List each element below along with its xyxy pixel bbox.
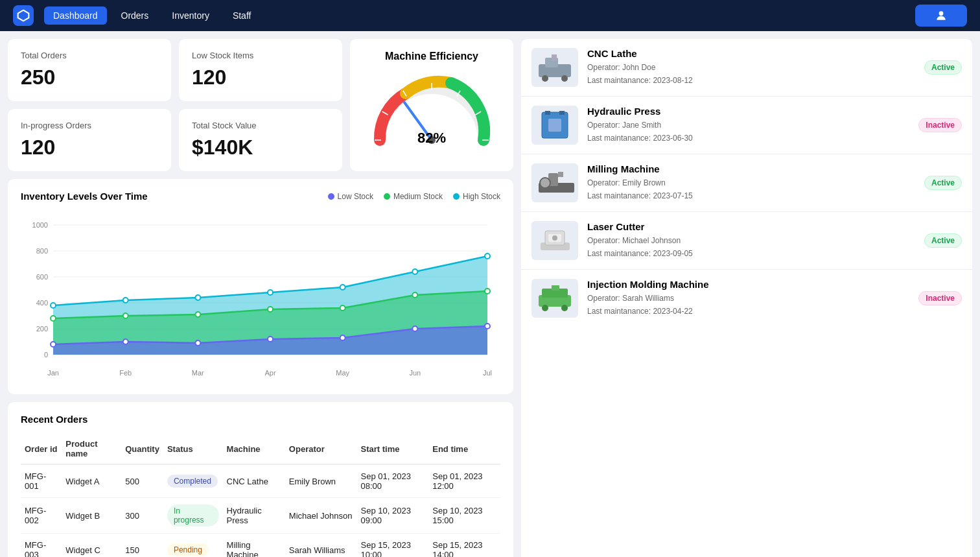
machine-info: CNC Lathe Operator: John DoeLast maintan… — [587, 48, 915, 86]
stat-label-total-orders: Total Orders — [21, 51, 158, 60]
svg-point-43 — [485, 289, 490, 294]
machine-thumbnail — [531, 221, 578, 260]
svg-point-54 — [561, 75, 568, 82]
col-start: Start time — [357, 434, 429, 464]
svg-point-31 — [123, 298, 128, 303]
svg-marker-0 — [18, 10, 29, 21]
nav-staff[interactable]: Staff — [224, 6, 261, 25]
svg-point-35 — [412, 269, 417, 274]
machine-meta: Operator: Jane SmithLast maintanance: 20… — [587, 119, 909, 144]
machine-item: Injection Molding Machine Operator: Sara… — [521, 270, 972, 327]
nav-orders[interactable]: Orders — [112, 6, 158, 25]
cell-end: Sep 10, 2023 15:00 — [428, 498, 500, 534]
svg-point-50 — [485, 324, 490, 329]
svg-point-67 — [552, 235, 557, 241]
stat-label-stock-value: Total Stock Value — [192, 121, 329, 130]
svg-text:Jul: Jul — [483, 369, 492, 377]
orders-section: Recent Orders Order id Product name Quan… — [8, 402, 513, 557]
cell-machine: Hydraulic Press — [223, 498, 285, 534]
cell-operator: Sarah Williams — [285, 534, 357, 558]
machine-info: Hydraulic Press Operator: Jane SmithLast… — [587, 106, 909, 144]
machine-name: Hydraulic Press — [587, 106, 909, 117]
cell-qty: 500 — [121, 464, 163, 498]
machine-info: Milling Machine Operator: Emily BrownLas… — [587, 163, 915, 202]
machine-meta: Operator: Emily BrownLast maintanance: 2… — [587, 177, 915, 202]
legend-high: High Stock — [453, 192, 500, 201]
nav-inventory[interactable]: Inventory — [163, 6, 218, 25]
svg-rect-59 — [559, 111, 565, 115]
svg-text:800: 800 — [36, 247, 48, 255]
machine-item: CNC Lathe Operator: John DoeLast maintan… — [521, 39, 972, 97]
cell-qty: 150 — [121, 534, 163, 558]
legend-low-label: Low Stock — [338, 192, 373, 201]
navbar: Dashboard Orders Inventory Staff — [0, 0, 980, 31]
svg-text:600: 600 — [36, 273, 48, 281]
legend-high-label: High Stock — [463, 192, 500, 201]
machine-thumbnail — [531, 48, 578, 87]
legend-medium: Medium Stock — [384, 192, 443, 201]
user-button[interactable] — [915, 5, 967, 27]
machine-info: Laser Cutter Operator: Michael JohnsonLa… — [587, 221, 915, 259]
cell-end: Sep 15, 2023 14:00 — [428, 534, 500, 558]
cell-start: Sep 10, 2023 09:00 — [357, 498, 429, 534]
nav-dashboard[interactable]: Dashboard — [44, 6, 107, 25]
col-operator: Operator — [285, 434, 357, 464]
gauge-value: 82% — [417, 130, 446, 147]
chart-title: Inventory Levels Over Time — [21, 191, 148, 202]
svg-point-70 — [542, 305, 548, 311]
svg-point-1 — [939, 11, 944, 16]
cell-product: Widget A — [62, 464, 121, 498]
gauge-chart: 82% — [367, 69, 496, 153]
table-row: MFG-003 Widget C 150 Pending Milling Mac… — [21, 534, 500, 558]
chart-legend: Low Stock Medium Stock High Stock — [328, 192, 500, 201]
col-status: Status — [163, 434, 223, 464]
machine-item: Laser Cutter Operator: Michael JohnsonLa… — [521, 212, 972, 270]
orders-table: Order id Product name Quantity Status Ma… — [21, 434, 500, 557]
stat-total-orders: Total Orders 250 — [8, 39, 171, 101]
machine-status-badge: Active — [924, 233, 962, 248]
svg-point-53 — [542, 75, 548, 82]
svg-point-38 — [123, 313, 128, 318]
orders-title: Recent Orders — [21, 414, 500, 425]
col-qty: Quantity — [121, 434, 163, 464]
machine-thumbnail — [531, 163, 578, 202]
svg-point-39 — [195, 312, 200, 317]
col-order-id: Order id — [21, 434, 62, 464]
stat-label-low-stock: Low Stock Items — [192, 51, 329, 60]
svg-text:1000: 1000 — [32, 221, 48, 229]
gauge-title: Machine Efficiency — [385, 51, 478, 62]
cell-start: Sep 15, 2023 10:00 — [357, 534, 429, 558]
cell-start: Sep 01, 2023 08:00 — [357, 464, 429, 498]
svg-text:0: 0 — [44, 351, 48, 359]
svg-point-34 — [340, 285, 345, 290]
svg-text:400: 400 — [36, 299, 48, 307]
cell-operator: Michael Johnson — [285, 498, 357, 534]
gauge-card: Machine Efficiency — [350, 39, 513, 171]
machine-meta: Operator: Michael JohnsonLast maintananc… — [587, 235, 915, 259]
table-row: MFG-002 Widget B 300 In progress Hydraul… — [21, 498, 500, 534]
machine-status-badge: Inactive — [918, 118, 962, 132]
svg-point-37 — [51, 316, 56, 321]
svg-rect-58 — [545, 111, 550, 115]
svg-point-45 — [123, 339, 128, 344]
svg-point-42 — [412, 292, 417, 298]
left-column: Total Orders 250 Low Stock Items 120 In-… — [8, 39, 513, 557]
stat-cards: Total Orders 250 Low Stock Items 120 In-… — [8, 39, 342, 171]
machine-meta: Operator: Sarah WilliamsLast maintanance… — [587, 292, 909, 317]
machine-status-badge: Active — [924, 176, 962, 190]
col-product: Product name — [62, 434, 121, 464]
main-content: Total Orders 250 Low Stock Items 120 In-… — [0, 31, 980, 557]
svg-point-32 — [195, 295, 200, 300]
machine-name: Injection Molding Machine — [587, 279, 909, 290]
cell-order-id: MFG-003 — [21, 534, 62, 558]
svg-point-62 — [540, 178, 550, 188]
col-machine: Machine — [223, 434, 285, 464]
top-row: Total Orders 250 Low Stock Items 120 In-… — [8, 39, 513, 171]
cell-status: Completed — [163, 464, 223, 498]
svg-point-46 — [195, 340, 200, 346]
table-row: MFG-001 Widget A 500 Completed CNC Lathe… — [21, 464, 500, 498]
chart-card: Inventory Levels Over Time Low Stock Med… — [8, 179, 513, 394]
machine-info: Injection Molding Machine Operator: Sara… — [587, 279, 909, 317]
stat-inprogress: In-progress Orders 120 — [8, 109, 171, 171]
svg-text:Jan: Jan — [47, 369, 59, 377]
